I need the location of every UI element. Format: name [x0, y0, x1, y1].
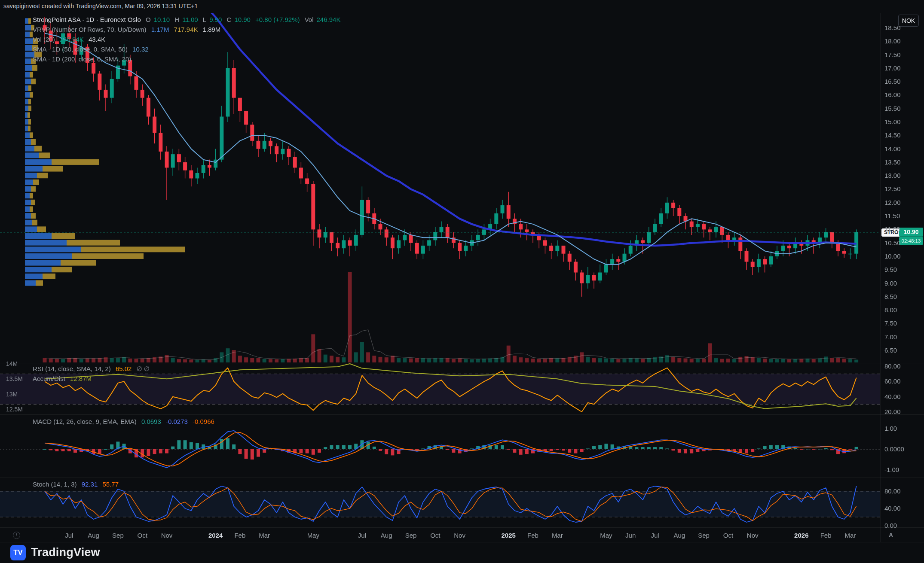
- macd-signal-value: -0.0966: [193, 418, 214, 425]
- main-legend: StrongPoint ASA · 1D · Euronext Oslo O10…: [33, 15, 343, 64]
- macd-line-value: -0.0273: [166, 418, 188, 425]
- sma50-title: SMA · 1D (50, close, 0, SMA, 50): [33, 46, 128, 53]
- vrvp-title: VRVP (Number Of Rows, 70, Up/Down): [33, 26, 147, 33]
- stoch-title: Stoch (14, 1, 3): [33, 481, 77, 488]
- accdist-title: Accum/Dist: [33, 375, 65, 382]
- volume-value: 246.94K: [60, 36, 84, 43]
- vrvp-total-volume: 1.89M: [203, 26, 221, 33]
- bar-countdown-label: 02:48:13: [899, 237, 923, 245]
- stoch-legend-row[interactable]: Stoch (14, 1, 3) 92.31 55.77: [33, 479, 122, 489]
- legend-sma200-row[interactable]: SMA · 1D (200, close, 0, SMA, 20): [33, 54, 343, 64]
- vrvp-up-volume: 1.17M: [151, 26, 169, 33]
- sma50-value: 10.32: [132, 46, 149, 53]
- tradingview-wordmark[interactable]: TradingView: [31, 546, 100, 559]
- accdist-legend-row[interactable]: Accum/Dist 12.87M: [33, 374, 153, 383]
- macd-hist-value: 0.0693: [141, 418, 161, 425]
- rsi-title: RSI (14, close, SMA, 14, 2): [33, 365, 111, 372]
- accdist-value: 12.87M: [70, 375, 92, 382]
- ticker-price-pill: STRO: [881, 228, 901, 237]
- vrvp-down-volume: 717.94K: [174, 26, 198, 33]
- volume-title: Vol (20): [33, 36, 55, 43]
- rsi-value: 65.02: [116, 365, 132, 372]
- close-label: C: [227, 16, 232, 23]
- pane-separator-macd[interactable]: [0, 414, 924, 415]
- attribution-bar: savepiginvest created with TradingView.c…: [0, 0, 924, 13]
- sma200-title: SMA · 1D (200, close, 0, SMA, 20): [33, 55, 131, 63]
- close-value: 10.90: [234, 16, 251, 23]
- pane-separator-rsi[interactable]: [0, 363, 924, 363]
- macd-title: MACD (12, 26, close, 9, EMA, EMA): [33, 418, 137, 425]
- pane-separator-stoch[interactable]: [0, 478, 924, 478]
- stoch-legend: Stoch (14, 1, 3) 92.31 55.77: [33, 479, 122, 489]
- vol-value: 246.94K: [317, 16, 341, 23]
- vol-label: Vol: [305, 16, 314, 23]
- volume-ma-value: 43.4K: [89, 36, 105, 43]
- legend-vrvp-row[interactable]: VRVP (Number Of Rows, 70, Up/Down) 1.17M…: [33, 24, 343, 34]
- stoch-k-value: 92.31: [82, 481, 98, 488]
- low-label: L: [203, 16, 206, 23]
- high-label: H: [174, 16, 179, 23]
- rsi-legend-row[interactable]: RSI (14, close, SMA, 14, 2) 65.02 ∅ ∅: [33, 364, 153, 374]
- change-value: +0.80 (+7.92%): [255, 16, 300, 23]
- low-value: 9.90: [209, 16, 222, 23]
- open-label: O: [146, 16, 151, 23]
- footer-bar: TV TradingView: [0, 542, 924, 563]
- macd-legend: MACD (12, 26, close, 9, EMA, EMA) 0.0693…: [33, 417, 217, 426]
- currency-button[interactable]: NOK: [898, 15, 919, 27]
- symbol-title: StrongPoint ASA · 1D · Euronext Oslo: [33, 16, 141, 23]
- rsi-legend: RSI (14, close, SMA, 14, 2) 65.02 ∅ ∅ Ac…: [33, 364, 153, 383]
- chart-canvas[interactable]: [0, 13, 924, 542]
- auto-scale-label[interactable]: A: [889, 532, 893, 539]
- legend-symbol-row[interactable]: StrongPoint ASA · 1D · Euronext Oslo O10…: [33, 15, 343, 24]
- price-axis-divider: [880, 13, 881, 542]
- rsi-extra: ∅ ∅: [137, 365, 150, 372]
- legend-sma50-row[interactable]: SMA · 1D (50, close, 0, SMA, 50) 10.32: [33, 44, 343, 54]
- timezone-clock-icon[interactable]: [13, 532, 20, 539]
- attribution-text: savepiginvest created with TradingView.c…: [3, 3, 198, 9]
- time-axis-separator: [0, 527, 924, 528]
- open-value: 10.10: [154, 16, 170, 23]
- last-price-label: 10.90: [899, 228, 923, 237]
- macd-legend-row[interactable]: MACD (12, 26, close, 9, EMA, EMA) 0.0693…: [33, 417, 217, 426]
- tradingview-logo[interactable]: TV: [10, 545, 26, 560]
- legend-volume-row[interactable]: Vol (20) 246.94K 43.4K: [33, 34, 343, 44]
- high-value: 11.00: [182, 16, 198, 23]
- stoch-d-value: 55.77: [102, 481, 119, 488]
